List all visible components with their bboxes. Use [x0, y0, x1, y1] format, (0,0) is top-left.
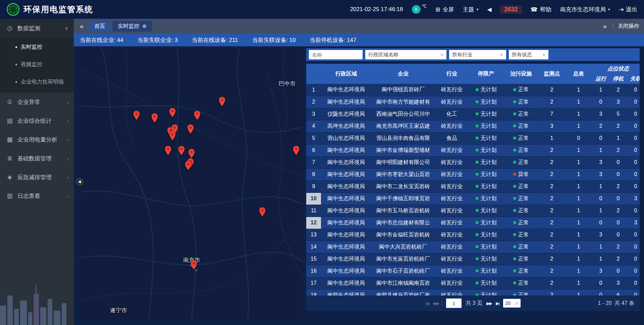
row-number: 3	[306, 108, 321, 120]
col-header-run: 运行	[592, 74, 609, 84]
cell-monitor-points: 2	[538, 289, 565, 295]
col-header-meters: 总表	[565, 64, 592, 84]
sidebar-item-1[interactable]: ①企业异常‹	[0, 93, 74, 111]
cell-industry: 砖瓦行业	[435, 168, 469, 180]
table-row[interactable]: 8阆中生态环境局阆中市枣碧大梁山页岩砖瓦行业无计划异常21300	[306, 168, 640, 180]
alarm-count-badge: 2632	[500, 5, 522, 14]
table-row[interactable]: 10阆中生态环境局阆中千佛镇五郎垭页岩砖瓦行业无计划正常21003	[306, 193, 640, 205]
sidebar-subitem-0-2[interactable]: 企业电力负荷明细	[0, 73, 74, 91]
sidebar-item-2[interactable]: ▤企业综合统计‹	[0, 111, 74, 130]
map-pin-icon[interactable]	[133, 110, 140, 122]
row-number: 1	[306, 84, 321, 96]
industry-filter-select[interactable]: 所有行业 ∨	[449, 50, 506, 59]
cell-industry: 砖瓦行业	[435, 289, 469, 295]
cell-monitor-points: 2	[538, 193, 565, 205]
cell-company: 南充市高坪区王家店建	[371, 120, 435, 132]
cell-region: 阆中生态环境局	[321, 156, 371, 168]
cell-limit-status: 无计划	[469, 229, 503, 241]
cell-region: 阆中生态环境局	[321, 241, 371, 253]
map-pin-icon[interactable]	[169, 131, 176, 142]
cell-run-count: 0	[592, 277, 609, 289]
close-icon[interactable]: ⊗	[142, 23, 147, 29]
col-header-index	[306, 64, 321, 84]
table-row[interactable]: 2阆中生态环境局阆中市南方节能建材有砖瓦行业无计划正常21030	[306, 96, 640, 108]
map-pin-icon[interactable]	[218, 97, 225, 108]
scroll-tabs-right-button[interactable]: »	[602, 22, 608, 30]
cell-region: 阆中生态环境局	[321, 265, 371, 277]
fullscreen-button[interactable]: ⊞ 全屏	[435, 6, 454, 13]
bullet-icon	[15, 81, 17, 83]
table-row[interactable]: 15阆中生态环境局阆中市光富页岩机砖厂砖瓦行业无计划正常21120	[306, 253, 640, 265]
scroll-tabs-left-button[interactable]: «	[78, 22, 85, 30]
status-dot-icon	[476, 100, 479, 103]
table-row[interactable]: 7阆中生态环境局阆中明阳建材有限公司砖瓦行业无计划正常21300	[306, 156, 640, 168]
chevron-down-icon: ∨	[542, 52, 545, 57]
table-row[interactable]: 11阆中生态环境局阆中市五马桥页岩机砖砖瓦行业无计划正常21120	[306, 205, 640, 217]
name-filter-input[interactable]	[309, 50, 363, 59]
table-row[interactable]: 5营山生态环境局营山县润丰肉食品有限食品无计划正常10010	[306, 132, 640, 144]
sidebar-item-6[interactable]: ▥日志查看‹	[0, 186, 74, 205]
status-filter-select[interactable]: 所有状态 ∨	[509, 50, 548, 59]
cell-lost-count: 0	[627, 120, 640, 132]
collapse-panel-button[interactable]: ◀	[75, 177, 84, 186]
pagination-prev-button[interactable]: ◀◀	[432, 301, 438, 306]
chevron-down-icon: ∨	[500, 52, 503, 57]
map-pin-icon[interactable]	[191, 260, 198, 271]
page-size-select[interactable]: 20 ∨	[503, 299, 521, 308]
sidebar-subitem-0-1[interactable]: 视频监控	[0, 56, 74, 73]
pagination-bar: |◀ ◀◀ 共 3 页 ▶▶ ▶| 20 ∨	[306, 295, 640, 311]
table-row[interactable]: 14阆中生态环境局阆中大兴页岩机砖厂砖瓦行业无计划正常21120	[306, 241, 640, 253]
map-pin-icon[interactable]	[185, 161, 192, 172]
pagination-first-button[interactable]: |◀	[425, 301, 428, 306]
map-pin-icon[interactable]	[169, 108, 176, 119]
map-pin-icon[interactable]	[187, 124, 194, 136]
cell-limit-status: 无计划	[469, 217, 503, 229]
cell-company: 阆中强锐页岩砖厂	[371, 84, 435, 96]
map-pin-icon[interactable]	[165, 146, 172, 157]
map-pin-icon[interactable]	[194, 110, 201, 122]
cell-total-meters: 1	[565, 277, 592, 289]
help-button[interactable]: ☎ 帮助	[531, 6, 551, 13]
table-row[interactable]: 17阆中生态环境局阆中市江南镇阆南页岩砖瓦行业无计划正常21030	[306, 277, 640, 289]
logout-button[interactable]: ⇥ 退出	[619, 6, 637, 13]
map-pin-icon[interactable]	[292, 146, 300, 157]
table-row[interactable]: 16阆中生态环境局阆中市石子页岩机砖厂砖瓦行业无计划正常21300	[306, 265, 640, 277]
table-row[interactable]: 6阆中生态环境局阆中市金博瑞新型墙材砖瓦行业无计划正常21120	[306, 144, 640, 156]
sidebar-item-3[interactable]: ▦企业用电量分析‹	[0, 130, 74, 149]
map[interactable]: 巴中市南充市遂宁市	[78, 48, 303, 320]
table-row[interactable]: 4高坪生态环境局南充市高坪区王家店建砖瓦行业无计划正常31220	[306, 120, 640, 132]
cell-run-count: 0	[592, 193, 609, 205]
org-dropdown[interactable]: 南充市生态环境局 ▾	[560, 6, 610, 13]
sidebar-item-5[interactable]: ◈应急减排管理‹	[0, 168, 74, 186]
tab-list: 首页实时监控⊗	[89, 21, 152, 32]
tab-1[interactable]: 实时监控⊗	[112, 21, 152, 32]
sidebar-item-4[interactable]: ≣基础数据管理‹	[0, 149, 74, 168]
table-row[interactable]: 13阆中生态环境局阆中市金福旺页岩机砖砖瓦行业无计划正常21300	[306, 229, 640, 241]
tab-0[interactable]: 首页	[89, 21, 110, 32]
table-row[interactable]: 18南部生态环境局南部县建兴页岩砖厂有砖瓦行业无计划正常21060	[306, 289, 640, 295]
sidebar-subitem-label: 企业电力负荷明细	[21, 78, 64, 86]
sidebar-item-0[interactable]: ◷数据监测∨	[0, 19, 74, 38]
pagination-page-input[interactable]	[446, 299, 462, 308]
region-filter-select[interactable]: 行政区域名称 ∨	[365, 50, 446, 59]
table-row[interactable]: 3仪陇生态环境局西南油气田分公司川中化工无计划正常71350	[306, 108, 640, 120]
table-row[interactable]: 1阆中生态环境局阆中强锐页岩砖厂砖瓦行业无计划正常21120	[306, 84, 640, 96]
announcement-icon[interactable]: ◀	[487, 6, 491, 13]
map-pin-icon[interactable]	[178, 146, 185, 157]
temperature-unit: ℃	[422, 4, 427, 9]
pagination-last-button[interactable]: ▶|	[496, 301, 499, 306]
pagination-next-button[interactable]: ▶▶	[486, 301, 492, 306]
table-row[interactable]: 9阆中生态环境局阆中市二龙长宝页岩砖砖瓦行业无计划正常21120	[306, 180, 640, 193]
map-pin-icon[interactable]	[151, 113, 158, 124]
sidebar-subitem-0-0[interactable]: 实时监控	[0, 38, 74, 56]
cell-monitor-points: 2	[538, 217, 565, 229]
cell-lost-count: 0	[627, 144, 640, 156]
cell-company: 营山县润丰肉食品有限	[371, 132, 435, 144]
table-row[interactable]: 12阆中生态环境局阆中市忠信建材有限公砖瓦行业无计划正常21003	[306, 217, 640, 229]
divider	[442, 301, 442, 306]
theme-dropdown[interactable]: 主题 ▾	[463, 6, 478, 13]
close-operations-button[interactable]: 关闭操作	[618, 23, 639, 30]
map-pin-icon[interactable]	[259, 207, 266, 218]
cell-stop-count: 0	[609, 168, 627, 180]
cell-facility-status: 正常	[503, 217, 538, 229]
